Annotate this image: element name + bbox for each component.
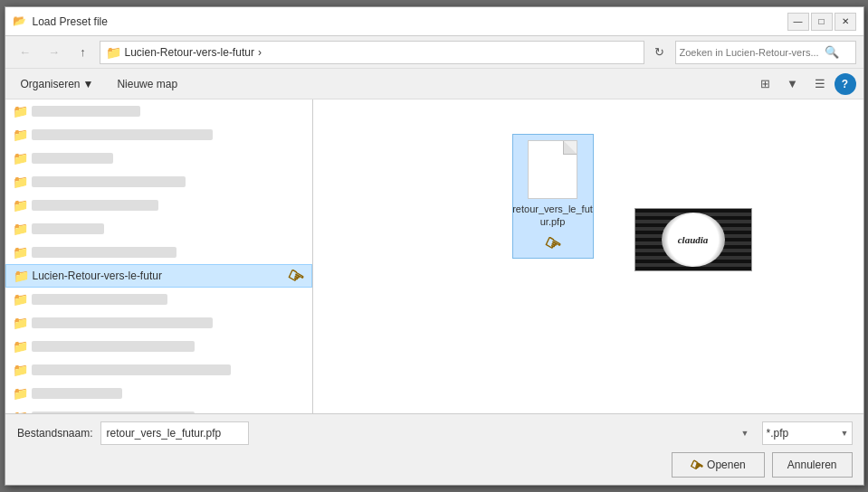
help-label: ? <box>842 78 848 90</box>
blurred-item-label <box>32 176 186 187</box>
refresh-button[interactable]: ↻ <box>648 41 672 64</box>
folder-icon: 📁 <box>13 339 28 354</box>
maximize-button[interactable]: □ <box>811 13 833 31</box>
dialog-window: 📂 Load Preset file — □ ✕ ← → ↑ 📁 Lucien-… <box>5 6 864 486</box>
dialog-icon: 📂 <box>13 14 27 29</box>
folder-icon: 📁 <box>13 222 28 236</box>
organize-chevron-icon: ▼ <box>83 78 94 90</box>
search-input[interactable] <box>680 47 825 58</box>
filetype-select-wrapper: *.pfp <box>762 421 853 445</box>
folder-icon: 📁 <box>13 245 28 260</box>
search-icon-button[interactable]: 🔍 <box>825 45 839 59</box>
blurred-item-label <box>32 129 213 140</box>
breadcrumb-bar[interactable]: 📁 Lucien-Retour-vers-le-futur › <box>100 41 644 64</box>
list-item[interactable]: 📁 <box>5 382 312 405</box>
list-item[interactable]: 📁 <box>5 288 312 311</box>
new-folder-label: Nieuwe map <box>117 78 177 90</box>
blurred-item-label <box>32 294 167 305</box>
blurred-item-label <box>32 153 113 164</box>
view-details-button[interactable]: ☰ <box>807 73 833 95</box>
list-item[interactable]: 📁 <box>5 217 312 241</box>
filename-select-wrapper <box>100 421 755 445</box>
preview-label: claudia <box>678 234 709 245</box>
title-bar-left: 📂 Load Preset file <box>13 14 108 29</box>
folder-icon: 📁 <box>13 151 28 166</box>
cursor-arrow-icon: ☞ <box>283 262 309 289</box>
blurred-item-label <box>32 341 195 352</box>
buttons-row: ☞ Openen Annuleren <box>16 452 853 478</box>
selected-folder-item[interactable]: 📁 Lucien-Retour-vers-le-futur ☞ <box>5 264 312 288</box>
file-view-area[interactable]: claudia retour_vers_le_futur.pfp ☞ <box>313 99 863 413</box>
breadcrumb-text: Lucien-Retour-vers-le-futur <box>125 46 254 59</box>
preview-image-container: claudia <box>634 208 752 271</box>
preview-thumbnail: claudia <box>634 208 752 271</box>
list-item[interactable]: 📁 <box>5 170 312 194</box>
blurred-item-label <box>32 388 122 399</box>
dialog-title: Load Preset file <box>33 15 108 28</box>
preview-stripes: claudia <box>635 209 751 270</box>
view-large-icon-button[interactable]: ⊞ <box>753 73 778 95</box>
filetype-select[interactable]: *.pfp <box>762 421 853 445</box>
folder-icon: 📁 <box>13 410 28 413</box>
selected-file-name: retour_vers_le_futur.pfp <box>512 203 593 229</box>
folder-icon: 📁 <box>13 175 28 189</box>
list-item[interactable]: 📁 <box>5 241 312 264</box>
list-item[interactable]: 📁 <box>5 311 312 335</box>
new-folder-button[interactable]: Nieuwe map <box>109 73 186 95</box>
list-item[interactable]: 📁 <box>5 405 312 413</box>
toolbar-left: Organiseren ▼ Nieuwe map <box>13 73 186 95</box>
content-area: 📁 📁 📁 📁 📁 📁 <box>5 99 863 413</box>
filename-input[interactable] <box>100 421 249 445</box>
cancel-button-label: Annuleren <box>787 459 837 471</box>
window-controls: — □ ✕ <box>787 13 856 31</box>
folder-icon: 📁 <box>13 104 28 118</box>
list-item[interactable]: 📁 <box>5 194 312 217</box>
nav-toolbar: ← → ↑ 📁 Lucien-Retour-vers-le-futur › ↻ … <box>5 36 863 69</box>
up-button[interactable]: ↑ <box>71 41 96 64</box>
list-item[interactable]: 📁 <box>5 123 312 147</box>
blurred-item-label <box>32 106 140 117</box>
file-cursor-arrow-icon: ☞ <box>540 230 566 257</box>
folder-icon: 📁 <box>14 269 29 283</box>
help-button[interactable]: ? <box>835 73 856 95</box>
open-button-label: Openen <box>707 459 746 471</box>
close-button[interactable]: ✕ <box>835 13 856 31</box>
back-button[interactable]: ← <box>13 41 38 64</box>
file-icon <box>528 140 577 199</box>
selected-folder-label: Lucien-Retour-vers-le-futur <box>33 270 281 282</box>
view-dropdown-button[interactable]: ▼ <box>780 73 806 95</box>
minimize-button[interactable]: — <box>787 13 809 31</box>
list-item[interactable]: 📁 <box>5 358 312 382</box>
list-item[interactable]: 📁 <box>5 335 312 358</box>
list-item[interactable]: 📁 <box>5 147 312 170</box>
filename-row: Bestandsnaam: *.pfp <box>16 421 853 445</box>
breadcrumb-folder-icon: 📁 <box>106 45 121 60</box>
folder-icon: 📁 <box>13 128 28 142</box>
folder-icon: 📁 <box>13 316 28 330</box>
cancel-button[interactable]: Annuleren <box>772 452 853 478</box>
list-item[interactable]: 📁 <box>5 99 312 123</box>
blurred-item-label <box>32 247 176 258</box>
organize-label: Organiseren <box>21 78 81 90</box>
file-tree[interactable]: 📁 📁 📁 📁 📁 📁 <box>5 99 313 413</box>
blurred-item-label <box>32 412 195 413</box>
open-button[interactable]: ☞ Openen <box>672 452 765 478</box>
blurred-item-label <box>32 200 158 211</box>
open-button-arrow-icon: ☞ <box>687 454 707 475</box>
blurred-item-label <box>32 364 231 375</box>
blurred-item-label <box>32 317 213 328</box>
blurred-item-label <box>32 223 104 234</box>
filename-label: Bestandsnaam: <box>16 427 93 440</box>
forward-button[interactable]: → <box>42 41 67 64</box>
breadcrumb-arrow: › <box>258 46 262 59</box>
folder-icon: 📁 <box>13 198 28 213</box>
selected-file-item[interactable]: retour_vers_le_futur.pfp ☞ <box>512 134 594 259</box>
folder-icon: 📁 <box>13 292 28 307</box>
toolbar-right: ⊞ ▼ ☰ ? <box>753 73 856 95</box>
folder-icon: 📁 <box>13 386 28 401</box>
secondary-toolbar: Organiseren ▼ Nieuwe map ⊞ ▼ ☰ ? <box>5 69 863 99</box>
organize-button[interactable]: Organiseren ▼ <box>13 73 102 95</box>
search-box: 🔍 <box>675 41 856 64</box>
folder-icon: 📁 <box>13 363 28 377</box>
title-bar: 📂 Load Preset file — □ ✕ <box>5 7 863 36</box>
